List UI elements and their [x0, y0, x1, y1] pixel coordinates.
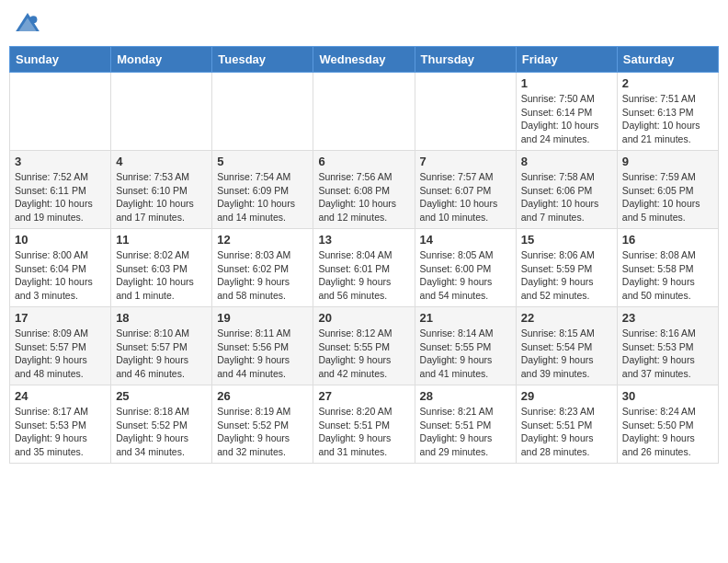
day-number: 17 [15, 311, 106, 325]
header [9, 9, 719, 39]
day-info: Sunrise: 8:23 AM Sunset: 5:51 PM Dayligh… [521, 405, 612, 459]
calendar-cell: 11Sunrise: 8:02 AM Sunset: 6:03 PM Dayli… [111, 229, 212, 307]
day-number: 6 [318, 155, 409, 168]
day-number: 8 [521, 155, 612, 168]
day-info: Sunrise: 8:11 AM Sunset: 5:56 PM Dayligh… [217, 327, 308, 381]
logo-icon [13, 9, 42, 39]
day-number: 28 [420, 389, 511, 403]
day-info: Sunrise: 8:05 AM Sunset: 6:00 PM Dayligh… [420, 248, 511, 303]
day-info: Sunrise: 8:00 AM Sunset: 6:04 PM Dayligh… [15, 248, 106, 303]
day-header-saturday: Saturday [617, 47, 718, 73]
day-number: 7 [420, 155, 511, 168]
calendar-cell [415, 73, 516, 151]
day-info: Sunrise: 8:17 AM Sunset: 5:53 PM Dayligh… [15, 405, 106, 459]
logo [13, 9, 46, 39]
calendar-cell: 12Sunrise: 8:03 AM Sunset: 6:02 PM Dayli… [212, 229, 313, 307]
day-info: Sunrise: 8:12 AM Sunset: 5:55 PM Dayligh… [318, 327, 409, 381]
calendar-cell: 5Sunrise: 7:54 AM Sunset: 6:09 PM Daylig… [212, 151, 313, 229]
calendar-cell: 20Sunrise: 8:12 AM Sunset: 5:55 PM Dayli… [313, 307, 415, 385]
day-header-friday: Friday [516, 47, 617, 73]
calendar-cell: 25Sunrise: 8:18 AM Sunset: 5:52 PM Dayli… [111, 385, 212, 464]
calendar-cell: 26Sunrise: 8:19 AM Sunset: 5:52 PM Dayli… [212, 385, 313, 464]
day-info: Sunrise: 7:57 AM Sunset: 6:07 PM Dayligh… [420, 170, 511, 224]
day-number: 2 [622, 76, 713, 90]
calendar-cell [111, 73, 212, 151]
day-number: 23 [622, 311, 713, 325]
calendar-cell: 13Sunrise: 8:04 AM Sunset: 6:01 PM Dayli… [313, 229, 415, 307]
day-number: 26 [217, 389, 308, 403]
calendar-cell: 6Sunrise: 7:56 AM Sunset: 6:08 PM Daylig… [313, 151, 415, 229]
day-number: 9 [622, 155, 713, 168]
day-info: Sunrise: 8:16 AM Sunset: 5:53 PM Dayligh… [622, 327, 713, 381]
day-number: 13 [318, 233, 409, 247]
calendar-cell: 4Sunrise: 7:53 AM Sunset: 6:10 PM Daylig… [111, 151, 212, 229]
day-info: Sunrise: 8:18 AM Sunset: 5:52 PM Dayligh… [116, 405, 207, 459]
day-number: 29 [521, 389, 612, 403]
day-info: Sunrise: 7:53 AM Sunset: 6:10 PM Dayligh… [116, 170, 207, 224]
calendar-cell [212, 73, 313, 151]
day-number: 21 [420, 311, 511, 325]
day-header-monday: Monday [111, 47, 212, 73]
day-info: Sunrise: 8:04 AM Sunset: 6:01 PM Dayligh… [318, 248, 409, 303]
calendar-week-3: 10Sunrise: 8:00 AM Sunset: 6:04 PM Dayli… [10, 229, 719, 307]
day-info: Sunrise: 8:03 AM Sunset: 6:02 PM Dayligh… [217, 248, 308, 303]
calendar-cell [10, 73, 111, 151]
day-info: Sunrise: 7:58 AM Sunset: 6:06 PM Dayligh… [521, 170, 612, 224]
calendar-cell: 10Sunrise: 8:00 AM Sunset: 6:04 PM Dayli… [10, 229, 111, 307]
day-number: 30 [622, 389, 713, 403]
day-number: 20 [318, 311, 409, 325]
calendar-week-2: 3Sunrise: 7:52 AM Sunset: 6:11 PM Daylig… [10, 151, 719, 229]
day-info: Sunrise: 8:09 AM Sunset: 5:57 PM Dayligh… [15, 327, 106, 381]
svg-point-2 [29, 16, 37, 23]
day-header-wednesday: Wednesday [313, 47, 415, 73]
day-number: 15 [521, 233, 612, 247]
calendar-cell: 9Sunrise: 7:59 AM Sunset: 6:05 PM Daylig… [617, 151, 718, 229]
day-number: 11 [116, 233, 207, 247]
calendar-cell: 28Sunrise: 8:21 AM Sunset: 5:51 PM Dayli… [415, 385, 516, 464]
calendar-cell: 15Sunrise: 8:06 AM Sunset: 5:59 PM Dayli… [516, 229, 617, 307]
day-number: 12 [217, 233, 308, 247]
calendar-cell: 16Sunrise: 8:08 AM Sunset: 5:58 PM Dayli… [617, 229, 718, 307]
day-header-thursday: Thursday [415, 47, 516, 73]
day-info: Sunrise: 8:24 AM Sunset: 5:50 PM Dayligh… [622, 405, 713, 459]
calendar-cell: 29Sunrise: 8:23 AM Sunset: 5:51 PM Dayli… [516, 385, 617, 464]
calendar-cell: 21Sunrise: 8:14 AM Sunset: 5:55 PM Dayli… [415, 307, 516, 385]
day-info: Sunrise: 8:21 AM Sunset: 5:51 PM Dayligh… [420, 405, 511, 459]
day-number: 10 [15, 233, 106, 247]
day-info: Sunrise: 8:08 AM Sunset: 5:58 PM Dayligh… [622, 248, 713, 303]
day-info: Sunrise: 7:59 AM Sunset: 6:05 PM Dayligh… [622, 170, 713, 224]
calendar-cell: 30Sunrise: 8:24 AM Sunset: 5:50 PM Dayli… [617, 385, 718, 464]
calendar-cell: 27Sunrise: 8:20 AM Sunset: 5:51 PM Dayli… [313, 385, 415, 464]
calendar-week-1: 1Sunrise: 7:50 AM Sunset: 6:14 PM Daylig… [10, 73, 719, 151]
day-number: 27 [318, 389, 409, 403]
day-number: 4 [116, 155, 207, 168]
day-number: 18 [116, 311, 207, 325]
calendar-cell: 8Sunrise: 7:58 AM Sunset: 6:06 PM Daylig… [516, 151, 617, 229]
day-info: Sunrise: 7:54 AM Sunset: 6:09 PM Dayligh… [217, 170, 308, 224]
calendar: SundayMondayTuesdayWednesdayThursdayFrid… [9, 46, 719, 464]
day-number: 22 [521, 311, 612, 325]
calendar-cell: 1Sunrise: 7:50 AM Sunset: 6:14 PM Daylig… [516, 73, 617, 151]
calendar-cell: 22Sunrise: 8:15 AM Sunset: 5:54 PM Dayli… [516, 307, 617, 385]
day-info: Sunrise: 7:56 AM Sunset: 6:08 PM Dayligh… [318, 170, 409, 224]
calendar-week-4: 17Sunrise: 8:09 AM Sunset: 5:57 PM Dayli… [10, 307, 719, 385]
day-info: Sunrise: 8:14 AM Sunset: 5:55 PM Dayligh… [420, 327, 511, 381]
day-info: Sunrise: 8:02 AM Sunset: 6:03 PM Dayligh… [116, 248, 207, 303]
calendar-cell: 23Sunrise: 8:16 AM Sunset: 5:53 PM Dayli… [617, 307, 718, 385]
calendar-cell: 17Sunrise: 8:09 AM Sunset: 5:57 PM Dayli… [10, 307, 111, 385]
day-number: 16 [622, 233, 713, 247]
day-number: 14 [420, 233, 511, 247]
day-number: 5 [217, 155, 308, 168]
calendar-cell: 14Sunrise: 8:05 AM Sunset: 6:00 PM Dayli… [415, 229, 516, 307]
day-number: 1 [521, 76, 612, 90]
calendar-cell: 19Sunrise: 8:11 AM Sunset: 5:56 PM Dayli… [212, 307, 313, 385]
day-info: Sunrise: 8:06 AM Sunset: 5:59 PM Dayligh… [521, 248, 612, 303]
calendar-week-5: 24Sunrise: 8:17 AM Sunset: 5:53 PM Dayli… [10, 385, 719, 464]
day-info: Sunrise: 8:19 AM Sunset: 5:52 PM Dayligh… [217, 405, 308, 459]
calendar-cell [313, 73, 415, 151]
day-header-sunday: Sunday [10, 47, 111, 73]
day-number: 24 [15, 389, 106, 403]
day-number: 19 [217, 311, 308, 325]
day-info: Sunrise: 8:20 AM Sunset: 5:51 PM Dayligh… [318, 405, 409, 459]
day-header-tuesday: Tuesday [212, 47, 313, 73]
